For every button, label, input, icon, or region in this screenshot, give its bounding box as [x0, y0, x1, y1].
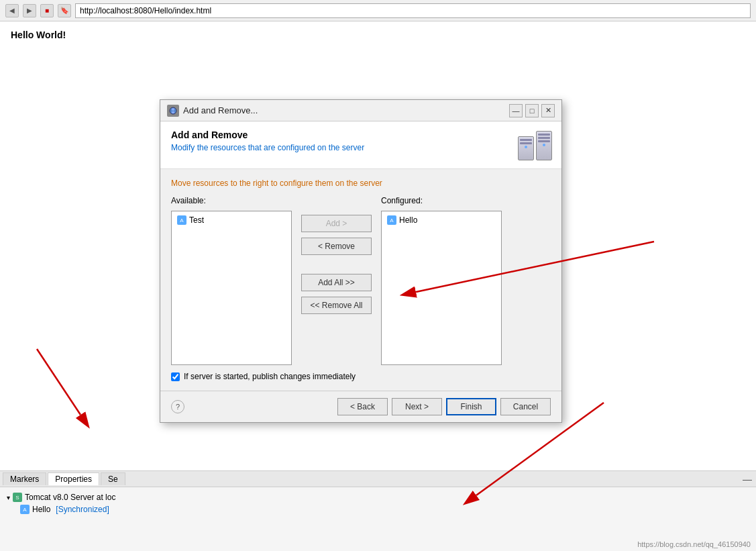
- url-bar[interactable]: [75, 3, 751, 18]
- nav-stop-button[interactable]: ■: [40, 4, 54, 17]
- dialog-title-icon: [167, 105, 179, 117]
- dialog-title-text: Add and Remove...: [183, 105, 509, 115]
- dialog-minimize-button[interactable]: —: [509, 104, 523, 117]
- configured-panel: Configured: A Hello: [381, 196, 502, 365]
- svg-line-5: [37, 349, 80, 415]
- svg-rect-2: [172, 111, 174, 113]
- app-label: Hello: [32, 505, 50, 514]
- transfer-buttons: Add > < Remove Add All >> << Remove All: [292, 196, 381, 314]
- tab-servers[interactable]: Se: [101, 472, 125, 485]
- dialog-header: Add and Remove Modify the resources that…: [160, 121, 561, 169]
- remove-button[interactable]: < Remove: [301, 238, 372, 255]
- dialog-header-text: Add and Remove Modify the resources that…: [171, 130, 510, 152]
- remove-all-button[interactable]: << Remove All: [301, 297, 372, 314]
- nav-back-button[interactable]: ◀: [5, 4, 19, 17]
- configured-item-hello[interactable]: A Hello: [384, 214, 498, 226]
- dialog-maximize-button[interactable]: □: [525, 104, 539, 117]
- nav-bookmark-button[interactable]: 🔖: [58, 4, 71, 17]
- available-list[interactable]: A Test: [171, 211, 292, 365]
- nav-forward-button[interactable]: ▶: [23, 4, 36, 17]
- publish-checkbox[interactable]: [171, 372, 180, 381]
- server-tree-item[interactable]: ▾ S Tomcat v8.0 Server at loc: [7, 491, 749, 503]
- dialog-header-title: Add and Remove: [171, 130, 510, 140]
- panel-content: ▾ S Tomcat v8.0 Server at loc A Hello [S…: [0, 487, 756, 519]
- available-panel: Available: A Test: [171, 196, 292, 365]
- configured-list[interactable]: A Hello: [381, 211, 502, 365]
- app-status: [Synchronized]: [56, 505, 109, 514]
- footer-left: ?: [171, 400, 333, 413]
- available-item-test[interactable]: A Test: [174, 214, 288, 226]
- page-heading: Hello World!: [11, 30, 745, 40]
- dialog-body: Move resources to the right to configure…: [160, 169, 561, 391]
- available-label: Available:: [171, 196, 292, 205]
- server-label: Tomcat v8.0 Server at loc: [25, 493, 115, 502]
- back-button[interactable]: < Back: [337, 398, 388, 415]
- next-button[interactable]: Next >: [392, 398, 442, 415]
- dialog-header-subtitle: Modify the resources that are configured…: [171, 143, 510, 152]
- configured-item-hello-label: Hello: [399, 215, 417, 225]
- publish-label: If server is started, publish changes im…: [184, 372, 356, 381]
- svg-point-1: [172, 108, 174, 111]
- dialog-controls: — □ ✕: [509, 104, 555, 117]
- configured-label: Configured:: [381, 196, 502, 205]
- available-item-test-label: Test: [189, 215, 204, 225]
- help-icon[interactable]: ?: [171, 400, 184, 413]
- panel-minimize-button[interactable]: —: [743, 474, 752, 485]
- cancel-button[interactable]: Cancel: [500, 398, 551, 415]
- add-remove-dialog: Add and Remove... — □ ✕ Add and Remove M…: [160, 99, 562, 423]
- publish-row: If server is started, publish changes im…: [171, 372, 551, 381]
- dialog-instruction: Move resources to the right to configure…: [171, 179, 551, 188]
- dialog-header-icon: [519, 130, 551, 162]
- browser-bar: ◀ ▶ ■ 🔖: [0, 0, 756, 21]
- watermark: https://blog.csdn.net/qq_46150940: [637, 540, 751, 548]
- dialog-titlebar: Add and Remove... — □ ✕: [160, 100, 561, 121]
- bottom-panel: Markers Properties Se ▾ S Tomcat v8.0 Se…: [0, 470, 756, 551]
- hello-app-icon: A: [387, 215, 396, 225]
- page-content-area: Hello World!: [0, 21, 756, 48]
- app-tree-item[interactable]: A Hello [Synchronized]: [7, 503, 749, 515]
- dialog-footer: ? < Back Next > Finish Cancel: [160, 391, 561, 422]
- finish-button[interactable]: Finish: [446, 398, 496, 415]
- panel-tabs: Markers Properties Se: [0, 471, 756, 487]
- tab-markers[interactable]: Markers: [3, 472, 46, 485]
- chevron-down-icon: ▾: [7, 494, 10, 501]
- add-all-button[interactable]: Add All >>: [301, 274, 372, 291]
- app-icon: A: [20, 505, 30, 514]
- tab-properties[interactable]: Properties: [48, 472, 99, 485]
- resources-area: Available: A Test Add > < Remove Add Al: [171, 196, 551, 365]
- add-button[interactable]: Add >: [301, 215, 372, 232]
- dialog-close-button[interactable]: ✕: [541, 104, 555, 117]
- server-icon: S: [13, 493, 22, 502]
- test-app-icon: A: [177, 215, 186, 225]
